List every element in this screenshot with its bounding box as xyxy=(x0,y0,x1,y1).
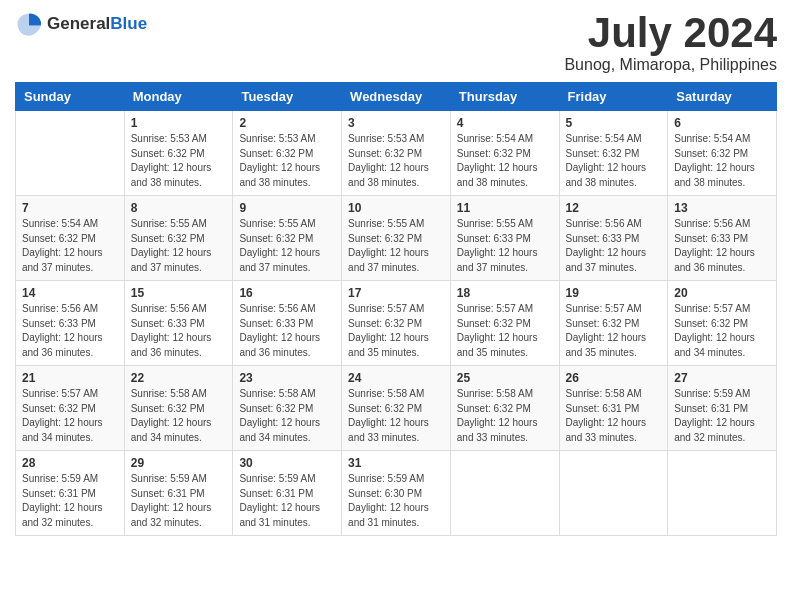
day-detail: Sunrise: 5:56 AM Sunset: 6:33 PM Dayligh… xyxy=(566,217,662,275)
day-detail: Sunrise: 5:54 AM Sunset: 6:32 PM Dayligh… xyxy=(674,132,770,190)
day-number: 19 xyxy=(566,286,662,300)
day-detail: Sunrise: 5:57 AM Sunset: 6:32 PM Dayligh… xyxy=(457,302,553,360)
day-number: 3 xyxy=(348,116,444,130)
calendar-cell: 19Sunrise: 5:57 AM Sunset: 6:32 PM Dayli… xyxy=(559,281,668,366)
calendar-cell: 7Sunrise: 5:54 AM Sunset: 6:32 PM Daylig… xyxy=(16,196,125,281)
calendar-header-tuesday: Tuesday xyxy=(233,83,342,111)
day-detail: Sunrise: 5:58 AM Sunset: 6:32 PM Dayligh… xyxy=(131,387,227,445)
calendar-cell: 6Sunrise: 5:54 AM Sunset: 6:32 PM Daylig… xyxy=(668,111,777,196)
day-number: 24 xyxy=(348,371,444,385)
logo: GeneralBlue xyxy=(15,10,147,38)
calendar-header-wednesday: Wednesday xyxy=(342,83,451,111)
calendar-cell: 4Sunrise: 5:54 AM Sunset: 6:32 PM Daylig… xyxy=(450,111,559,196)
day-number: 8 xyxy=(131,201,227,215)
calendar-cell: 20Sunrise: 5:57 AM Sunset: 6:32 PM Dayli… xyxy=(668,281,777,366)
day-detail: Sunrise: 5:59 AM Sunset: 6:31 PM Dayligh… xyxy=(239,472,335,530)
calendar-cell: 8Sunrise: 5:55 AM Sunset: 6:32 PM Daylig… xyxy=(124,196,233,281)
day-number: 26 xyxy=(566,371,662,385)
calendar-cell: 26Sunrise: 5:58 AM Sunset: 6:31 PM Dayli… xyxy=(559,366,668,451)
calendar-cell xyxy=(16,111,125,196)
calendar-cell: 15Sunrise: 5:56 AM Sunset: 6:33 PM Dayli… xyxy=(124,281,233,366)
day-number: 2 xyxy=(239,116,335,130)
calendar-week-row: 14Sunrise: 5:56 AM Sunset: 6:33 PM Dayli… xyxy=(16,281,777,366)
calendar-cell: 2Sunrise: 5:53 AM Sunset: 6:32 PM Daylig… xyxy=(233,111,342,196)
day-detail: Sunrise: 5:57 AM Sunset: 6:32 PM Dayligh… xyxy=(674,302,770,360)
day-number: 23 xyxy=(239,371,335,385)
calendar-header-friday: Friday xyxy=(559,83,668,111)
day-number: 22 xyxy=(131,371,227,385)
day-detail: Sunrise: 5:57 AM Sunset: 6:32 PM Dayligh… xyxy=(348,302,444,360)
day-number: 4 xyxy=(457,116,553,130)
day-detail: Sunrise: 5:53 AM Sunset: 6:32 PM Dayligh… xyxy=(239,132,335,190)
day-number: 6 xyxy=(674,116,770,130)
day-detail: Sunrise: 5:59 AM Sunset: 6:30 PM Dayligh… xyxy=(348,472,444,530)
day-detail: Sunrise: 5:55 AM Sunset: 6:32 PM Dayligh… xyxy=(348,217,444,275)
calendar-cell: 29Sunrise: 5:59 AM Sunset: 6:31 PM Dayli… xyxy=(124,451,233,536)
calendar-cell: 22Sunrise: 5:58 AM Sunset: 6:32 PM Dayli… xyxy=(124,366,233,451)
day-number: 29 xyxy=(131,456,227,470)
calendar-cell: 9Sunrise: 5:55 AM Sunset: 6:32 PM Daylig… xyxy=(233,196,342,281)
calendar-cell: 13Sunrise: 5:56 AM Sunset: 6:33 PM Dayli… xyxy=(668,196,777,281)
day-number: 25 xyxy=(457,371,553,385)
day-detail: Sunrise: 5:59 AM Sunset: 6:31 PM Dayligh… xyxy=(674,387,770,445)
calendar-week-row: 1Sunrise: 5:53 AM Sunset: 6:32 PM Daylig… xyxy=(16,111,777,196)
calendar-cell: 21Sunrise: 5:57 AM Sunset: 6:32 PM Dayli… xyxy=(16,366,125,451)
calendar-header-row: SundayMondayTuesdayWednesdayThursdayFrid… xyxy=(16,83,777,111)
day-detail: Sunrise: 5:58 AM Sunset: 6:32 PM Dayligh… xyxy=(457,387,553,445)
calendar-table: SundayMondayTuesdayWednesdayThursdayFrid… xyxy=(15,82,777,536)
calendar-header-thursday: Thursday xyxy=(450,83,559,111)
day-number: 30 xyxy=(239,456,335,470)
day-detail: Sunrise: 5:55 AM Sunset: 6:32 PM Dayligh… xyxy=(131,217,227,275)
day-detail: Sunrise: 5:59 AM Sunset: 6:31 PM Dayligh… xyxy=(22,472,118,530)
calendar-header-monday: Monday xyxy=(124,83,233,111)
day-detail: Sunrise: 5:53 AM Sunset: 6:32 PM Dayligh… xyxy=(348,132,444,190)
day-detail: Sunrise: 5:56 AM Sunset: 6:33 PM Dayligh… xyxy=(674,217,770,275)
day-number: 20 xyxy=(674,286,770,300)
calendar-cell: 23Sunrise: 5:58 AM Sunset: 6:32 PM Dayli… xyxy=(233,366,342,451)
day-detail: Sunrise: 5:54 AM Sunset: 6:32 PM Dayligh… xyxy=(22,217,118,275)
calendar-cell: 5Sunrise: 5:54 AM Sunset: 6:32 PM Daylig… xyxy=(559,111,668,196)
logo-icon xyxy=(15,10,43,38)
day-number: 9 xyxy=(239,201,335,215)
calendar-cell: 28Sunrise: 5:59 AM Sunset: 6:31 PM Dayli… xyxy=(16,451,125,536)
day-detail: Sunrise: 5:58 AM Sunset: 6:32 PM Dayligh… xyxy=(348,387,444,445)
calendar-cell: 12Sunrise: 5:56 AM Sunset: 6:33 PM Dayli… xyxy=(559,196,668,281)
calendar-cell: 10Sunrise: 5:55 AM Sunset: 6:32 PM Dayli… xyxy=(342,196,451,281)
day-detail: Sunrise: 5:53 AM Sunset: 6:32 PM Dayligh… xyxy=(131,132,227,190)
day-number: 17 xyxy=(348,286,444,300)
day-detail: Sunrise: 5:55 AM Sunset: 6:33 PM Dayligh… xyxy=(457,217,553,275)
calendar-cell xyxy=(668,451,777,536)
day-detail: Sunrise: 5:56 AM Sunset: 6:33 PM Dayligh… xyxy=(22,302,118,360)
day-detail: Sunrise: 5:54 AM Sunset: 6:32 PM Dayligh… xyxy=(457,132,553,190)
calendar-cell xyxy=(450,451,559,536)
day-number: 11 xyxy=(457,201,553,215)
calendar-header-saturday: Saturday xyxy=(668,83,777,111)
day-detail: Sunrise: 5:56 AM Sunset: 6:33 PM Dayligh… xyxy=(239,302,335,360)
location-subtitle: Bunog, Mimaropa, Philippines xyxy=(564,56,777,74)
day-number: 15 xyxy=(131,286,227,300)
calendar-cell: 11Sunrise: 5:55 AM Sunset: 6:33 PM Dayli… xyxy=(450,196,559,281)
calendar-cell: 16Sunrise: 5:56 AM Sunset: 6:33 PM Dayli… xyxy=(233,281,342,366)
calendar-week-row: 7Sunrise: 5:54 AM Sunset: 6:32 PM Daylig… xyxy=(16,196,777,281)
calendar-cell: 1Sunrise: 5:53 AM Sunset: 6:32 PM Daylig… xyxy=(124,111,233,196)
day-number: 28 xyxy=(22,456,118,470)
day-detail: Sunrise: 5:59 AM Sunset: 6:31 PM Dayligh… xyxy=(131,472,227,530)
day-detail: Sunrise: 5:58 AM Sunset: 6:32 PM Dayligh… xyxy=(239,387,335,445)
day-number: 1 xyxy=(131,116,227,130)
calendar-cell: 25Sunrise: 5:58 AM Sunset: 6:32 PM Dayli… xyxy=(450,366,559,451)
title-area: July 2024 Bunog, Mimaropa, Philippines xyxy=(564,10,777,74)
day-detail: Sunrise: 5:58 AM Sunset: 6:31 PM Dayligh… xyxy=(566,387,662,445)
calendar-cell: 27Sunrise: 5:59 AM Sunset: 6:31 PM Dayli… xyxy=(668,366,777,451)
day-detail: Sunrise: 5:57 AM Sunset: 6:32 PM Dayligh… xyxy=(22,387,118,445)
day-number: 31 xyxy=(348,456,444,470)
day-number: 16 xyxy=(239,286,335,300)
day-detail: Sunrise: 5:54 AM Sunset: 6:32 PM Dayligh… xyxy=(566,132,662,190)
calendar-cell: 18Sunrise: 5:57 AM Sunset: 6:32 PM Dayli… xyxy=(450,281,559,366)
day-number: 10 xyxy=(348,201,444,215)
calendar-cell xyxy=(559,451,668,536)
calendar-cell: 30Sunrise: 5:59 AM Sunset: 6:31 PM Dayli… xyxy=(233,451,342,536)
calendar-week-row: 28Sunrise: 5:59 AM Sunset: 6:31 PM Dayli… xyxy=(16,451,777,536)
calendar-cell: 31Sunrise: 5:59 AM Sunset: 6:30 PM Dayli… xyxy=(342,451,451,536)
calendar-week-row: 21Sunrise: 5:57 AM Sunset: 6:32 PM Dayli… xyxy=(16,366,777,451)
day-number: 27 xyxy=(674,371,770,385)
